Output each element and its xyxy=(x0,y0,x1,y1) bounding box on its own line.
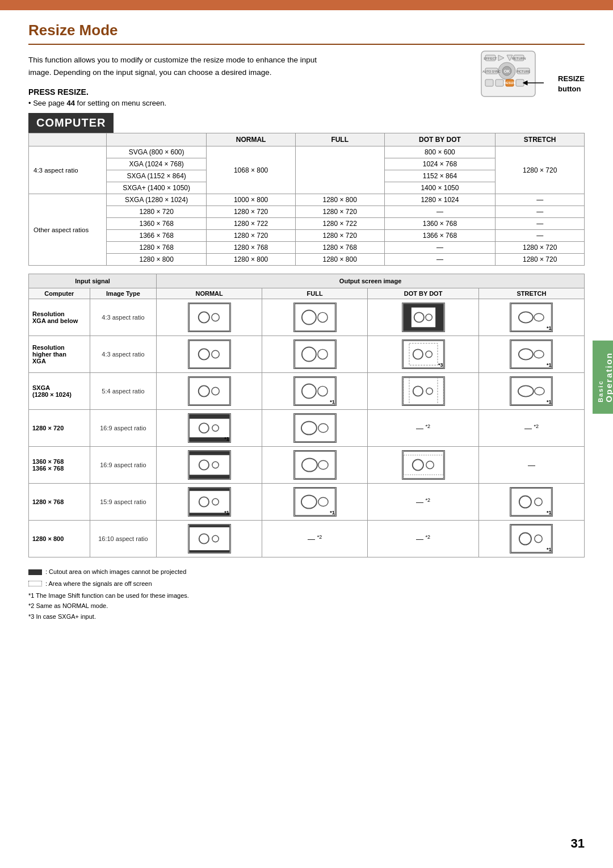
sub-col-stretch: STRETCH xyxy=(478,288,584,299)
input-xga: XGA (1024 × 768) xyxy=(107,158,207,170)
row5-full xyxy=(262,447,368,484)
row3-stretch: *1 xyxy=(478,373,584,410)
remote-control-icon: EFFECT RETURN OK AUTO SYNC PICTURE RESIZ… xyxy=(478,48,552,102)
col-header-empty1 xyxy=(29,133,107,146)
col-header-stretch: STRETCH xyxy=(496,133,585,146)
row1-label: ResolutionXGA and below xyxy=(29,299,90,336)
svg-rect-50 xyxy=(295,378,335,405)
row3-aspect: 5:4 aspect ratio xyxy=(90,373,156,410)
normal-1366x768: 1280 × 720 xyxy=(207,230,296,242)
row6-normal: *1 xyxy=(157,484,262,521)
input-signal-header: Input signal xyxy=(29,274,157,288)
stretch-1366x768: — xyxy=(496,230,585,242)
full-1366x768: 1280 × 720 xyxy=(295,230,384,242)
table-row: Other aspect ratios SXGA (1280 × 1024) 1… xyxy=(29,194,585,206)
normal-1280x768: 1280 × 768 xyxy=(207,242,296,254)
dotted-legend: : Area where the signals are off screen xyxy=(28,578,585,589)
input-1360x768: 1360 × 768 xyxy=(107,218,207,230)
row3-label: SXGA(1280 × 1024) xyxy=(29,373,90,410)
svg-rect-71 xyxy=(189,475,229,479)
row2-full xyxy=(262,336,368,373)
footnote-2: *2 Same as NORMAL mode. xyxy=(28,601,585,611)
input-sxga: SXGA (1152 × 864) xyxy=(107,170,207,182)
svg-rect-63 xyxy=(189,438,229,442)
dot-sxgaplus: 1400 × 1050 xyxy=(384,182,496,194)
sub-col-dotbydot: DOT BY DOT xyxy=(368,288,479,299)
dot-xga: 1024 × 768 xyxy=(384,158,496,170)
row7-stretch: *1 xyxy=(478,521,584,557)
input-svga: SVGA (800 × 600) xyxy=(107,146,207,158)
row5-aspect: 16:9 aspect ratio xyxy=(90,447,156,484)
stretch-sxga1280: — xyxy=(496,194,585,206)
input-1280x720: 1280 × 720 xyxy=(107,206,207,218)
footnote-1: *1 The Image Shift function can be used … xyxy=(28,590,585,601)
svg-text:PICTURE: PICTURE xyxy=(517,70,530,73)
svg-text:RESIZE: RESIZE xyxy=(503,81,516,85)
row7-label: 1280 × 800 xyxy=(29,521,90,557)
dot-1280x800: — xyxy=(384,254,496,266)
row4-label: 1280 × 720 xyxy=(29,410,90,447)
table-row: 1280 × 768 15:9 aspect ratio *1 xyxy=(29,484,585,521)
row1-normal xyxy=(157,299,262,336)
row5-label: 1360 × 7681366 × 768 xyxy=(29,447,90,484)
dot-sxga1280: 1280 × 1024 xyxy=(384,194,496,206)
svg-rect-31 xyxy=(511,304,552,331)
side-tab-operation: Basic Operation xyxy=(593,341,613,414)
dot-1280x768: — xyxy=(384,242,496,254)
svg-rect-94 xyxy=(189,525,229,527)
input-sxgaplus: SXGA+ (1400 × 1050) xyxy=(107,182,207,194)
table-row: 1280 × 768 1280 × 768 1280 × 768 — 1280 … xyxy=(29,242,585,254)
table-row: 1366 × 768 1280 × 720 1280 × 720 1366 × … xyxy=(29,230,585,242)
svg-rect-14 xyxy=(485,79,493,86)
col-header-dotbydot: DOT BY DOT xyxy=(384,133,496,146)
row7-aspect: 16:10 aspect ratio xyxy=(90,521,156,557)
stretch-1280x720: — xyxy=(496,206,585,218)
row3-dotbydot xyxy=(368,373,479,410)
row4-dotbydot: — *2 xyxy=(368,410,479,447)
full-sxga1280: 1280 × 800 xyxy=(295,194,384,206)
input-1280x800: 1280 × 800 xyxy=(107,254,207,266)
svg-rect-24 xyxy=(295,304,335,331)
intro-section: This function allows you to modify or cu… xyxy=(28,54,585,107)
row4-normal: *1 xyxy=(157,410,262,447)
normal-1360x768: 1280 × 722 xyxy=(207,218,296,230)
row1-full xyxy=(262,299,368,336)
footnotes-section: : Cutout area on which images cannot be … xyxy=(28,567,585,622)
row2-dotbydot: *3 xyxy=(368,336,479,373)
full-1360x768: 1280 × 722 xyxy=(295,218,384,230)
row3-full: *1 xyxy=(262,373,368,410)
row2-label: Resolutionhigher thanXGA xyxy=(29,336,90,373)
col-header-normal: NORMAL xyxy=(207,133,296,146)
table-row: 1360 × 7681366 × 768 16:9 aspect ratio xyxy=(29,447,585,484)
stretch-1280x800: 1280 × 720 xyxy=(496,254,585,266)
col-header-full: FULL xyxy=(295,133,384,146)
table-row: ResolutionXGA and below 4:3 aspect ratio xyxy=(29,299,585,336)
footnote-3: *3 In case SXGA+ input. xyxy=(28,611,585,622)
svg-rect-58 xyxy=(511,378,552,405)
resize-button-label: RESIZE button xyxy=(558,74,585,94)
table-row: 1280 × 720 16:9 aspect ratio *1 xyxy=(29,410,585,447)
svg-rect-83 xyxy=(189,488,229,491)
row5-stretch: — xyxy=(478,447,584,484)
svg-text:EFFECT: EFFECT xyxy=(484,57,497,60)
table-row: 1280 × 720 1280 × 720 1280 × 720 — — xyxy=(29,206,585,218)
row7-full: — *2 xyxy=(262,521,368,557)
table-row: Resolutionhigher thanXGA 4:3 aspect rati… xyxy=(29,336,585,373)
row1-dotbydot xyxy=(368,299,479,336)
row1-stretch: *1 xyxy=(478,299,584,336)
svg-rect-84 xyxy=(189,513,229,515)
dot-svga: 800 × 600 xyxy=(384,146,496,158)
svg-rect-70 xyxy=(189,451,229,455)
row5-normal xyxy=(157,447,262,484)
normal-43: 1068 × 800 xyxy=(207,146,296,194)
table-row: 1280 × 800 1280 × 800 1280 × 800 — 1280 … xyxy=(29,254,585,266)
table-row: 1360 × 768 1280 × 722 1280 × 722 1360 × … xyxy=(29,218,585,230)
svg-text:RETURN: RETURN xyxy=(512,57,526,60)
table-row: SXGA(1280 × 1024) 5:4 aspect ratio xyxy=(29,373,585,410)
svg-rect-62 xyxy=(189,414,229,419)
full-1280x720: 1280 × 720 xyxy=(295,206,384,218)
row6-dotbydot: — *2 xyxy=(368,484,479,521)
row2-aspect: 4:3 aspect ratio xyxy=(90,336,156,373)
intro-text: This function allows you to modify or cu… xyxy=(28,54,329,78)
row4-stretch: — *2 xyxy=(478,410,584,447)
